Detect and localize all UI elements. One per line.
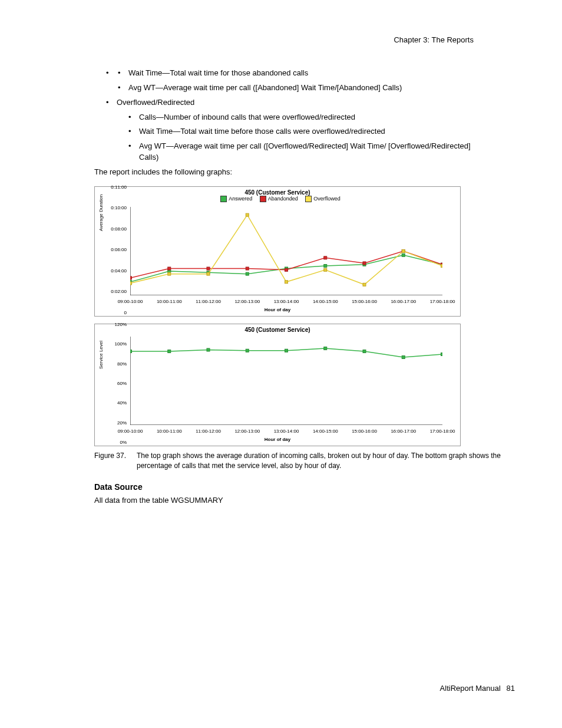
svg-rect-9 xyxy=(402,253,405,256)
chart-2-xlabel: Hour of day xyxy=(95,437,460,442)
bullet-of-wait: Wait Time—Total wait time before those c… xyxy=(128,126,474,137)
chart-2-svg xyxy=(130,337,442,425)
chart-1-yticks: 00:02:000:04:000:06:000:08:000:10:000:11… xyxy=(105,187,128,312)
svg-rect-13 xyxy=(207,267,210,270)
svg-rect-37 xyxy=(363,350,366,353)
legend-swatch-answered xyxy=(220,196,227,202)
chart-2-xticks: 09:00-10:0010:00-11:0011:00-12:0012:00-1… xyxy=(130,429,442,436)
svg-rect-34 xyxy=(246,349,249,352)
footer-page-number: 81 xyxy=(507,684,515,693)
intro-text: The report includes the following graphs… xyxy=(94,167,515,178)
svg-rect-24 xyxy=(285,281,288,284)
charts-container: 450 (Customer Service) Answered Abandond… xyxy=(94,186,515,506)
svg-rect-35 xyxy=(285,349,288,352)
bullet-of-avg: Avg WT—Average wait time per call ([Over… xyxy=(128,141,474,163)
svg-rect-39 xyxy=(441,353,443,355)
svg-rect-11 xyxy=(130,276,132,279)
data-source-text: All data from the table WGSUMMARY xyxy=(94,495,515,506)
bullet-overflowed-label: Overflowed/Redirected xyxy=(117,98,194,107)
bullet-overflowed: Overflowed/Redirected Calls—Number of in… xyxy=(106,97,474,163)
svg-rect-14 xyxy=(246,267,249,270)
chart-2-yticks: 0%20%40%60%80%100%120% xyxy=(105,324,128,442)
svg-rect-25 xyxy=(324,268,327,271)
svg-rect-7 xyxy=(324,264,327,267)
chart-2: 450 (Customer Service) Service Level 0%2… xyxy=(94,324,461,446)
svg-rect-28 xyxy=(441,264,443,267)
svg-rect-27 xyxy=(402,249,405,252)
svg-rect-20 xyxy=(130,282,132,285)
svg-rect-32 xyxy=(168,350,171,353)
data-source-heading: Data Source xyxy=(94,482,515,492)
inner-list-2: Calls—Number of inbound calls that were … xyxy=(117,112,474,163)
bullet-of-calls: Calls—Number of inbound calls that were … xyxy=(128,112,474,123)
chart-2-inner: 450 (Customer Service) Service Level 0%2… xyxy=(95,324,460,442)
chart-1-ylabel: Average Duration xyxy=(98,195,104,231)
outer-list: Wait Time—Total wait time for those aban… xyxy=(94,68,474,163)
svg-rect-22 xyxy=(207,272,210,275)
figure-caption-text: The top graph shows the average duration… xyxy=(137,451,515,472)
svg-rect-16 xyxy=(324,256,327,259)
legend-label-overflow: Overflowed xyxy=(313,196,340,202)
svg-rect-5 xyxy=(246,272,249,275)
chart-1-svg xyxy=(130,207,442,295)
footer-manual: AltiReport Manual xyxy=(440,684,501,693)
svg-rect-17 xyxy=(363,262,366,265)
figure-caption: Figure 37. The top graph shows the avera… xyxy=(94,451,515,472)
bullet-avg-wt: Avg WT—Average wait time per call ([Aban… xyxy=(118,83,474,94)
chart-1-xticks: 09:00-10:0010:00-11:0011:00-12:0012:00-1… xyxy=(130,299,442,306)
svg-rect-26 xyxy=(363,283,366,286)
body-column: Wait Time—Total wait time for those aban… xyxy=(94,68,474,163)
svg-rect-38 xyxy=(402,355,405,358)
chart-1-legend: Answered Abandonded Overflowed xyxy=(95,196,460,203)
chart-1-inner: 450 (Customer Service) Answered Abandond… xyxy=(95,187,460,312)
figure-number: Figure 37. xyxy=(94,451,137,472)
chart-1-xlabel: Hour of day xyxy=(95,307,460,312)
legend-swatch-abandoned xyxy=(260,196,266,202)
chart-1-plot xyxy=(130,207,442,295)
svg-rect-21 xyxy=(168,272,171,275)
svg-rect-31 xyxy=(130,350,132,353)
chart-1: 450 (Customer Service) Answered Abandond… xyxy=(94,186,461,317)
legend-label-answered: Answered xyxy=(229,196,252,202)
list-group-1: Wait Time—Total wait time for those aban… xyxy=(106,68,474,94)
legend-label-abandoned: Abandonded xyxy=(268,196,298,202)
svg-rect-23 xyxy=(246,213,249,216)
svg-rect-36 xyxy=(324,347,327,350)
legend-swatch-overflow xyxy=(305,196,312,202)
svg-rect-33 xyxy=(207,348,210,351)
chart-2-title: 450 (Customer Service) xyxy=(95,324,460,333)
svg-rect-15 xyxy=(285,268,288,271)
chart-2-plot xyxy=(130,337,442,425)
chapter-header: Chapter 3: The Reports xyxy=(47,35,515,44)
svg-rect-12 xyxy=(168,267,171,270)
inner-list-1: Wait Time—Total wait time for those aban… xyxy=(106,68,474,94)
chart-1-title: 450 (Customer Service) xyxy=(95,187,460,196)
page-footer: AltiReport Manual 81 xyxy=(440,684,515,693)
chart-2-ylabel: Service Level xyxy=(98,341,104,369)
bullet-wait-time: Wait Time—Total wait time for those aban… xyxy=(118,68,474,79)
